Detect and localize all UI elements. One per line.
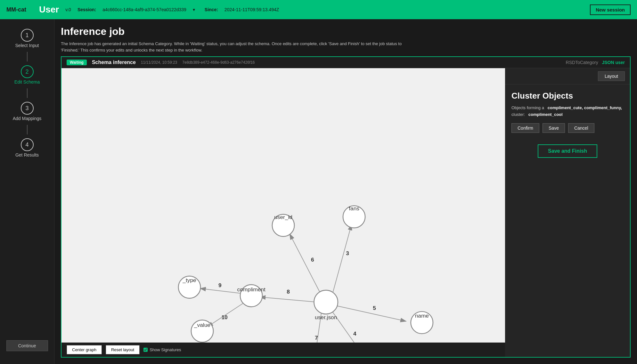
edge-label-4: 4: [353, 330, 356, 337]
version-label: v.0: [65, 7, 71, 12]
node-label-name: name: [415, 312, 429, 319]
edge-8: [260, 297, 317, 302]
sidebar-item-select-input[interactable]: 1 Select Input: [0, 26, 54, 51]
inference-body: 6 3 8 9 10: [61, 68, 630, 357]
show-signatures-text: Show Signatures: [150, 347, 181, 352]
graph-svg: 6 3 8 9 10: [61, 68, 505, 357]
sidebar-item-edit-schema[interactable]: 2 Edit Schema: [0, 62, 54, 88]
inference-type-name: JSON user: [602, 60, 625, 65]
edge-label-5: 5: [373, 305, 376, 311]
session-dropdown[interactable]: ▾: [193, 7, 195, 12]
inference-title: Schema inference: [92, 60, 136, 65]
cluster-desc-prefix: Objects forming a: [511, 105, 544, 110]
confirm-button[interactable]: Confirm: [511, 123, 539, 133]
edge-label-8: 8: [287, 288, 290, 295]
continue-button[interactable]: Continue: [6, 340, 48, 351]
brand-logo: MM-cat: [6, 6, 26, 13]
step-label-3: Add Mappings: [13, 116, 42, 121]
status-badge: Waiting: [67, 60, 87, 65]
step-circle-4: 4: [21, 138, 34, 151]
sidebar: 1 Select Input 2 Edit Schema 3 Add Mappi…: [0, 19, 54, 364]
layout-btn-row: Layout: [505, 68, 630, 85]
inference-panel: Waiting Schema inference 11/11/2024, 10:…: [61, 56, 631, 358]
edge-label-7: 7: [315, 335, 318, 341]
inference-header: Waiting Schema inference 11/11/2024, 10:…: [61, 57, 630, 68]
step-connector-2: [27, 88, 28, 98]
node-label-type: _type: [182, 277, 196, 283]
cancel-button[interactable]: Cancel: [568, 123, 594, 133]
new-session-button[interactable]: New session: [590, 4, 631, 15]
cluster-actions: Confirm Save Cancel: [511, 123, 624, 133]
step-circle-3: 3: [21, 102, 34, 115]
step-label-2: Edit Schema: [14, 79, 40, 85]
reset-layout-button[interactable]: Reset layout: [106, 345, 140, 354]
sidebar-item-add-mappings[interactable]: 3 Add Mappings: [0, 99, 54, 124]
app-header: MM-cat User v.0 Session: a4c660cc-148a-4…: [0, 0, 637, 19]
step-circle-2: 2: [21, 65, 34, 78]
show-signatures-checkbox[interactable]: [143, 348, 148, 352]
since-value: 2024-11-11T09:59:13.494Z: [225, 7, 279, 12]
cluster-label: cluster:: [511, 112, 525, 117]
inference-type-label: RSDToCategory JSON user: [566, 60, 625, 65]
graph-controls: Center graph Reset layout Show Signature…: [61, 343, 505, 357]
edge-label-3: 3: [346, 250, 349, 256]
node-label-user-json: user.json: [315, 314, 337, 320]
node-label-compliment: compliment: [237, 286, 265, 293]
since-label: Since:: [205, 7, 218, 12]
step-circle-1: 1: [21, 29, 34, 42]
edge-5: [335, 305, 406, 321]
node-label-value: _value: [194, 322, 210, 328]
save-and-finish-button[interactable]: Save and Finish: [538, 144, 597, 158]
show-signatures-label[interactable]: Show Signatures: [143, 347, 181, 352]
cluster-name: compliment_cool: [528, 112, 563, 117]
page-user-title: User: [39, 4, 59, 15]
node-label-fans: fans: [349, 205, 359, 212]
edge-label-6: 6: [311, 256, 314, 263]
cluster-description: Objects forming a compliment_cute, compl…: [511, 105, 624, 118]
page-description: The Inference job has generated an initi…: [61, 41, 413, 53]
cluster-section: Cluster Objects Objects forming a compli…: [505, 85, 630, 139]
save-button[interactable]: Save: [543, 123, 565, 133]
main-content: Inference job The Inference job has gene…: [54, 19, 637, 364]
step-connector-1: [27, 52, 28, 61]
step-label-4: Get Results: [15, 152, 39, 158]
save-finish-row: Save and Finish: [505, 139, 630, 163]
edge-6: [290, 234, 322, 296]
main-layout: 1 Select Input 2 Edit Schema 3 Add Mappi…: [0, 19, 637, 364]
node-label-user-id: user_id: [274, 214, 292, 220]
page-title: Inference job: [61, 26, 631, 37]
inference-job-id: 7e8db389-e472-468e-9d63-a276e7426f16: [182, 60, 255, 65]
edge-label-10: 10: [221, 314, 227, 320]
cluster-title: Cluster Objects: [511, 91, 624, 101]
edge-3: [332, 224, 352, 294]
layout-button[interactable]: Layout: [598, 71, 625, 81]
inference-date: 11/11/2024, 10:59:23: [141, 60, 177, 65]
cluster-objects: compliment_cute, compliment_funny,: [548, 105, 622, 110]
step-connector-3: [27, 125, 28, 134]
center-graph-button[interactable]: Center graph: [67, 345, 102, 354]
node-user-json[interactable]: [314, 290, 338, 314]
edge-label-9: 9: [218, 282, 222, 288]
step-label-1: Select Input: [15, 43, 39, 48]
session-label: Session:: [78, 7, 96, 12]
right-panel: Layout Cluster Objects Objects forming a…: [505, 68, 630, 357]
session-id: a4c660cc-148a-4af9-a374-57ea0122d339: [102, 7, 186, 12]
sidebar-item-get-results[interactable]: 4 Get Results: [0, 135, 54, 161]
edge-9: [200, 288, 243, 294]
graph-canvas[interactable]: 6 3 8 9 10: [61, 68, 505, 357]
